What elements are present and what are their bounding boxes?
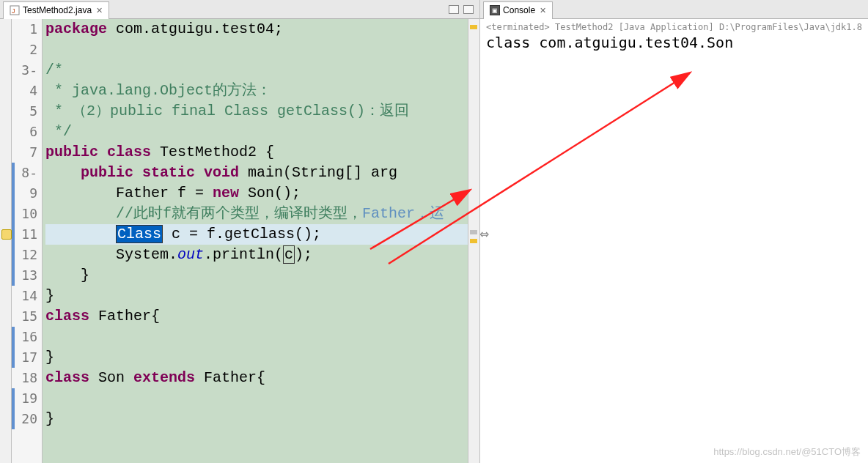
line-number[interactable]: 3-: [12, 60, 37, 81]
console-tab[interactable]: ▣ Console ✕: [483, 1, 553, 19]
watermark-text: https://blog.csdn.net/@51CTO博客: [713, 445, 861, 459]
code-line[interactable]: [45, 388, 468, 409]
overview-mark-selection: [470, 230, 477, 234]
line-number[interactable]: 12: [12, 245, 37, 265]
code-area[interactable]: package com.atguigu.test04;/* * java.lan…: [43, 19, 468, 463]
console-body[interactable]: <terminated> TestMethod2 [Java Applicati…: [480, 19, 868, 463]
console-icon: ▣: [490, 5, 500, 15]
method-range-bar: [12, 327, 15, 368]
line-number[interactable]: 14: [12, 286, 37, 306]
console-output: class com.atguigu.test04.Son: [486, 34, 862, 51]
editor-pane: J TestMethod2.java ✕ 123-45678-910111213…: [0, 0, 480, 463]
line-number[interactable]: 2: [12, 40, 37, 60]
code-line[interactable]: */: [45, 122, 468, 142]
code-line[interactable]: public static void main(String[] arg: [45, 163, 468, 183]
overview-ruler[interactable]: [468, 19, 479, 463]
line-number[interactable]: 4: [12, 81, 37, 101]
maximize-view-button[interactable]: [463, 5, 474, 14]
code-line[interactable]: System.out.println(c);: [45, 245, 468, 265]
line-number[interactable]: 18: [12, 368, 37, 388]
line-number[interactable]: 6: [12, 122, 37, 142]
minimize-view-button[interactable]: [449, 5, 459, 14]
overview-mark-warn: [470, 25, 477, 29]
sash-handle-icon[interactable]: ⇔: [479, 227, 489, 241]
line-number[interactable]: 7: [12, 142, 37, 163]
code-line[interactable]: /*: [45, 60, 468, 81]
line-number[interactable]: 9: [12, 183, 37, 204]
line-number[interactable]: 10: [12, 204, 37, 224]
editor-body[interactable]: 123-45678-91011121314151617181920 packag…: [0, 19, 479, 463]
code-line[interactable]: }: [45, 286, 468, 306]
code-line[interactable]: * java.lang.Object的方法：: [45, 81, 468, 101]
line-number[interactable]: 5: [12, 101, 37, 122]
code-line[interactable]: Class c = f.getClass();: [45, 224, 468, 245]
overview-mark-warn: [470, 239, 477, 243]
code-line[interactable]: * （2）public final Class getClass()：返回: [45, 101, 468, 122]
method-range-bar: [12, 388, 15, 429]
line-number[interactable]: 11: [12, 224, 37, 245]
code-line[interactable]: package com.atguigu.test04;: [45, 19, 468, 40]
console-status-line: <terminated> TestMethod2 [Java Applicati…: [486, 22, 862, 32]
code-line[interactable]: }: [45, 265, 468, 286]
svg-text:J: J: [12, 7, 15, 15]
line-number[interactable]: 16: [12, 327, 37, 347]
code-line[interactable]: class Father{: [45, 306, 468, 327]
editor-tab-label: TestMethod2.java: [23, 5, 92, 15]
code-line[interactable]: public class TestMethod2 {: [45, 142, 468, 163]
line-number[interactable]: 13: [12, 265, 37, 286]
code-line[interactable]: [45, 40, 468, 60]
console-pane: ▣ Console ✕ <terminated> TestMethod2 [Ja…: [480, 0, 868, 463]
code-line[interactable]: [45, 327, 468, 347]
editor-tab-bar: J TestMethod2.java ✕: [0, 0, 479, 19]
line-number[interactable]: 15: [12, 306, 37, 327]
line-number[interactable]: 1: [12, 19, 37, 40]
java-file-icon: J: [10, 5, 20, 15]
method-range-bar: [12, 163, 15, 286]
line-number[interactable]: 19: [12, 388, 37, 409]
code-line[interactable]: }: [45, 409, 468, 429]
code-line[interactable]: class Son extends Father{: [45, 368, 468, 388]
code-line[interactable]: Father f = new Son();: [45, 183, 468, 204]
line-number[interactable]: 8-: [12, 163, 37, 183]
console-tab-bar: ▣ Console ✕: [480, 0, 868, 19]
line-number[interactable]: 20: [12, 409, 37, 429]
code-line[interactable]: }: [45, 347, 468, 368]
line-number[interactable]: 17: [12, 347, 37, 368]
close-icon[interactable]: ✕: [540, 6, 546, 15]
editor-tab[interactable]: J TestMethod2.java ✕: [3, 1, 109, 19]
console-tab-label: Console: [503, 5, 535, 15]
marker-ruler: [0, 19, 12, 463]
line-number-gutter[interactable]: 123-45678-91011121314151617181920: [12, 19, 43, 463]
close-icon[interactable]: ✕: [96, 6, 103, 15]
code-line[interactable]: //此时f就有两个类型，编译时类型，Father，运: [45, 204, 468, 224]
